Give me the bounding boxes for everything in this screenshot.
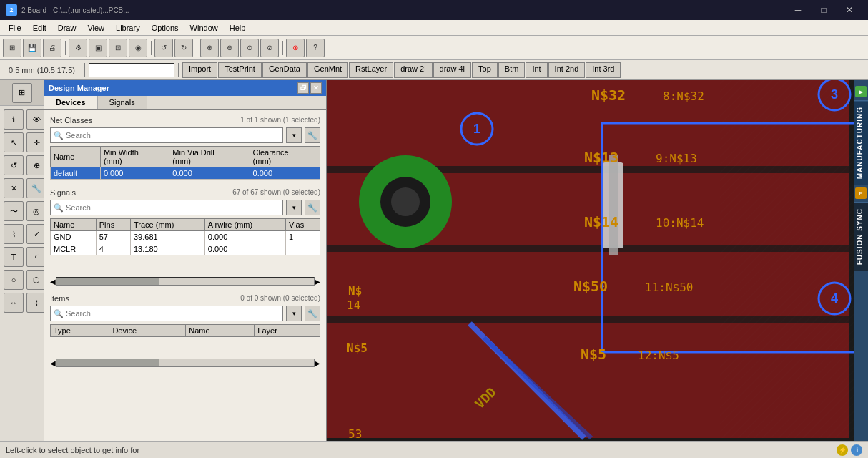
items-search-wrap: 🔍: [50, 306, 283, 321]
rs-green-icon[interactable]: ▶: [855, 86, 867, 97]
tool-eye[interactable]: 👁: [26, 109, 46, 130]
signals-hscroll[interactable]: ◀ ▶: [50, 277, 320, 286]
close-button[interactable]: ✕: [837, 0, 862, 20]
tool-rotate[interactable]: ↺: [4, 155, 24, 175]
table-row[interactable]: GND5739.6810.0001: [51, 231, 320, 243]
signals-settings-btn[interactable]: 🔧: [305, 200, 320, 215]
items-dropdown[interactable]: ▾: [286, 306, 302, 321]
toolbar-help-btn[interactable]: ?: [306, 39, 325, 57]
svg-text:11:N$50: 11:N$50: [645, 281, 693, 294]
svg-text:N$50: N$50: [573, 278, 608, 295]
net-classes-search-input[interactable]: [66, 131, 280, 140]
menu-item-draw[interactable]: Draw: [52, 22, 82, 34]
minimize-button[interactable]: ─: [785, 0, 811, 20]
signals-scroll-left[interactable]: ◀: [50, 278, 56, 286]
toolbar-redo-btn[interactable]: ↻: [174, 39, 193, 57]
table-row[interactable]: default0.0000.0000.000: [51, 167, 320, 180]
toolbar2-btn-int-3rd[interactable]: Int 3rd: [586, 62, 621, 78]
toolbar-zoom-out-btn[interactable]: ⊖: [220, 39, 239, 57]
sidebar-grid-btn[interactable]: ⊞: [12, 83, 32, 103]
signals-search-input[interactable]: [66, 203, 280, 212]
toolbar-stop-btn[interactable]: ⊗: [286, 39, 305, 57]
tool-delete[interactable]: ✕: [4, 178, 24, 198]
tool-text[interactable]: T: [4, 247, 24, 267]
dm-close-btn[interactable]: ✕: [310, 82, 322, 94]
menu-item-window[interactable]: Window: [184, 22, 224, 34]
toolbar2-btn-import[interactable]: Import: [182, 62, 217, 78]
toolbar2-btn-draw-4l[interactable]: draw 4l: [433, 62, 471, 78]
status-info-icon[interactable]: ℹ: [851, 444, 862, 456]
menu-item-file[interactable]: File: [3, 22, 27, 34]
command-input[interactable]: [89, 63, 174, 77]
tool-net[interactable]: 〜: [4, 201, 24, 221]
tool-drc[interactable]: ✓: [26, 224, 46, 244]
net-classes-settings-btn[interactable]: 🔧: [305, 127, 320, 143]
maximize-button[interactable]: □: [811, 0, 837, 20]
tab-signals[interactable]: Signals: [98, 96, 147, 109]
toolbar-grid-btn[interactable]: ⊞: [3, 39, 21, 57]
items-settings-btn[interactable]: 🔧: [305, 306, 320, 321]
toolbar2-btn-draw-2l[interactable]: draw 2l: [394, 62, 432, 78]
search-icon-items: 🔍: [54, 309, 64, 318]
signals-scrollbar[interactable]: [56, 277, 315, 286]
menu-item-options[interactable]: Options: [146, 22, 184, 34]
rs-tab-fusion-sync[interactable]: FUSION SYNC: [854, 202, 868, 271]
rs-tab-manufacturing[interactable]: MANUFACTURING: [854, 100, 868, 185]
items-scroll-right[interactable]: ▶: [315, 359, 320, 367]
tool-polygon[interactable]: ⬡: [26, 270, 46, 290]
toolbar-btn-5[interactable]: ▣: [89, 39, 107, 57]
signals-dropdown[interactable]: ▾: [286, 200, 302, 215]
tool-via[interactable]: ◎: [26, 201, 46, 221]
svg-text:N$32: N$32: [591, 87, 626, 104]
status-bar: Left-click to select object to get info …: [0, 441, 868, 458]
tool-origin[interactable]: ⊹: [26, 293, 46, 313]
tool-info[interactable]: ℹ: [4, 109, 24, 130]
net-classes-dropdown[interactable]: ▾: [286, 127, 302, 143]
toolbar2-btn-testprint[interactable]: TestPrint: [218, 62, 262, 78]
status-lightning-icon[interactable]: ⚡: [837, 444, 848, 456]
toolbar-undo-btn[interactable]: ↺: [154, 39, 173, 57]
toolbar2-btn-int[interactable]: Int: [526, 62, 547, 78]
tool-circle[interactable]: ○: [4, 270, 24, 290]
items-scrollbar[interactable]: [56, 359, 315, 367]
tool-ratsnest[interactable]: ⌇: [4, 224, 24, 244]
tool-measure[interactable]: ↔: [4, 293, 24, 313]
menu-item-edit[interactable]: Edit: [27, 22, 52, 34]
toolbar-zoom-in-btn[interactable]: ⊕: [200, 39, 219, 57]
toolbar2-btn-gendata[interactable]: GenData: [262, 62, 307, 78]
toolbar-zoom-fit-btn[interactable]: ⊙: [240, 39, 259, 57]
table-row[interactable]: MCLR413.1800.000: [51, 243, 320, 255]
tool-arc[interactable]: ◜: [26, 247, 46, 267]
toolbar-btn-7[interactable]: ◉: [129, 39, 147, 57]
signals-col-airwire: Airwire (mm): [204, 219, 285, 231]
dm-restore-btn[interactable]: 🗗: [297, 82, 309, 94]
tool-cursor[interactable]: ↖: [4, 132, 24, 152]
toolbar-save-btn[interactable]: 💾: [23, 39, 41, 57]
toolbar2-btn-int-2nd[interactable]: Int 2nd: [548, 62, 586, 78]
menu-item-help[interactable]: Help: [224, 22, 252, 34]
toolbar2-btn-rstlayer[interactable]: RstLayer: [349, 62, 393, 78]
pcb-canvas-area[interactable]: VDD 1 3 4 N$32 8:N$32 N$13 9:N$13: [327, 80, 854, 441]
search-icon-signals: 🔍: [54, 203, 64, 213]
rs-orange-icon[interactable]: F: [855, 187, 867, 199]
tool-copy[interactable]: ⊕: [26, 155, 46, 175]
items-search-input[interactable]: [66, 309, 280, 318]
menu-item-library[interactable]: Library: [110, 22, 146, 34]
toolbar2-btn-btm[interactable]: Btm: [498, 62, 526, 78]
tab-devices[interactable]: Devices: [44, 96, 98, 109]
toolbar2-sep2: [178, 63, 179, 77]
tool-wrench[interactable]: 🔧: [26, 178, 46, 198]
toolbar-btn-4[interactable]: ⚙: [69, 39, 87, 57]
toolbar-zoom-sel-btn[interactable]: ⊘: [260, 39, 279, 57]
items-hscroll[interactable]: ◀ ▶: [50, 359, 320, 367]
items-scroll-left[interactable]: ◀: [50, 359, 56, 367]
menu-item-view[interactable]: View: [82, 22, 110, 34]
tool-move[interactable]: ✛: [26, 132, 46, 152]
toolbar2-btn-genmnt[interactable]: GenMnt: [307, 62, 348, 78]
signals-scroll-right[interactable]: ▶: [315, 278, 320, 286]
toolbar2-btn-top[interactable]: Top: [472, 62, 498, 78]
coord-info: 0.5 mm (10.5 17.5): [3, 66, 81, 74]
pcb-svg: VDD 1 3 4 N$32 8:N$32 N$13 9:N$13: [327, 80, 854, 441]
toolbar-print-btn[interactable]: 🖨: [43, 39, 61, 57]
toolbar-btn-6[interactable]: ⊡: [109, 39, 127, 57]
